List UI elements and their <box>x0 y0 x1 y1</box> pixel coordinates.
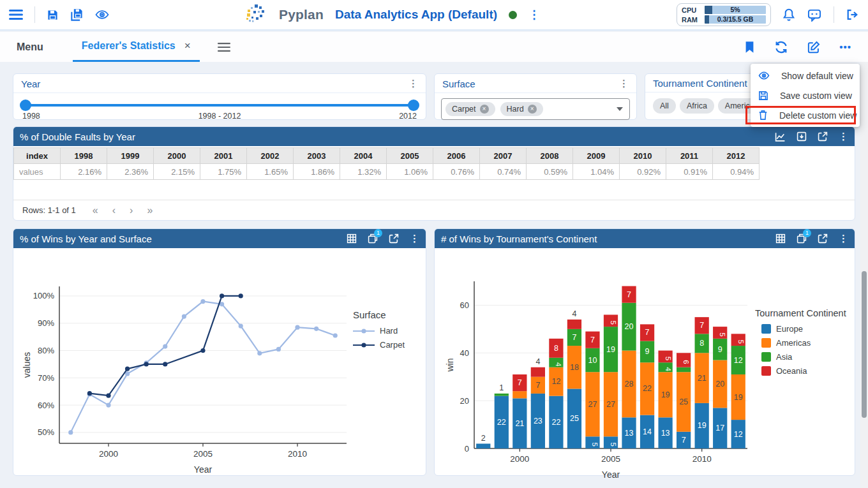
line-chart[interactable]: 50%60%70%80%90%100%200020052010Yearvalue… <box>21 279 353 477</box>
wins-by-continent-card: # of Wins by Tournament's Continent 1 ⋮ … <box>434 228 855 476</box>
save-all-icon[interactable] <box>70 8 84 22</box>
app-more-icon[interactable]: ⋮ <box>528 9 540 20</box>
bookmark-icon[interactable] <box>744 41 755 54</box>
first-page-icon[interactable]: « <box>93 205 98 216</box>
svg-text:5: 5 <box>664 357 672 360</box>
svg-text:19: 19 <box>606 345 615 354</box>
table-year-header: 2009 <box>573 148 620 164</box>
menu-item-save-custom-view[interactable]: Save custom view <box>751 85 860 105</box>
svg-text:2: 2 <box>481 434 486 443</box>
svg-text:100%: 100% <box>33 291 55 300</box>
fullscreen-icon[interactable] <box>818 233 828 244</box>
svg-text:7: 7 <box>518 378 522 387</box>
legend-item-carpet[interactable]: Carpet <box>353 340 405 350</box>
table-cell-value: 1.06% <box>387 164 433 180</box>
bar-chart-legend: Tournament ContinentEuropeAmericasAsiaOc… <box>755 308 846 482</box>
menu-item-show-default-view[interactable]: Show default view <box>751 66 860 85</box>
divider <box>34 6 35 23</box>
bar-chart[interactable]: 0204060200020052010Yearwin22212172374221… <box>445 271 751 482</box>
prev-page-icon[interactable]: ‹ <box>112 205 116 216</box>
table-cell-value: 1.86% <box>294 164 340 180</box>
svg-text:90%: 90% <box>38 318 54 328</box>
logout-icon[interactable] <box>846 8 859 21</box>
surface-filter-menu-icon[interactable]: ⋮ <box>619 78 629 89</box>
menu-item-delete-custom-view[interactable]: Delete custom view <box>751 105 860 125</box>
hamburger-menu-icon[interactable] <box>9 9 23 20</box>
ram-label: RAM <box>682 16 701 24</box>
table-cell-value: 0.59% <box>527 164 573 180</box>
line-card-more-icon[interactable]: ⋮ <box>410 233 419 244</box>
table-view-icon[interactable] <box>775 233 786 244</box>
legend-item-asia[interactable]: Asia <box>761 352 846 362</box>
svg-text:7: 7 <box>627 290 631 299</box>
trash-icon <box>758 110 768 121</box>
svg-text:19: 19 <box>734 393 743 402</box>
table-year-header: 2002 <box>247 148 294 164</box>
svg-text:2000: 2000 <box>99 449 118 459</box>
tab-federers-statistics[interactable]: Federer's Statistics × <box>73 40 200 62</box>
legend-title: Surface <box>353 309 405 320</box>
notebook-copy-icon[interactable]: 1 <box>797 233 807 244</box>
slider-handle-min[interactable] <box>20 100 31 111</box>
legend-item-europe[interactable]: Europe <box>761 324 846 334</box>
svg-text:Year: Year <box>602 470 620 480</box>
status-dot <box>509 11 517 19</box>
cpu-value: 5% <box>705 6 766 14</box>
table-view-icon[interactable] <box>347 233 357 244</box>
chip-remove-icon[interactable]: × <box>528 105 537 114</box>
svg-text:70%: 70% <box>38 373 54 383</box>
surface-select[interactable]: Carpet×Hard× <box>441 98 630 120</box>
bar-card-more-icon[interactable]: ⋮ <box>839 233 848 244</box>
legend-item-oceania[interactable]: Oceania <box>761 366 846 376</box>
last-page-icon[interactable]: » <box>147 205 153 216</box>
assistant-bot-icon[interactable] <box>807 8 822 22</box>
cpu-bar: 5% <box>705 6 766 14</box>
menu-button[interactable]: Menu <box>17 41 43 53</box>
scrollbar-thumb[interactable] <box>862 271 867 418</box>
surface-chip-carpet[interactable]: Carpet× <box>445 102 495 116</box>
divider <box>834 6 834 23</box>
chart-view-icon[interactable] <box>775 132 786 142</box>
continent-chip-africa[interactable]: Africa <box>680 98 714 114</box>
system-monitor: CPU 5% RAM 0.3/15.5 GB <box>677 3 771 26</box>
surface-filter-title: Surface <box>442 78 475 89</box>
table-card-more-icon[interactable]: ⋮ <box>839 131 848 142</box>
save-view-icon[interactable] <box>797 131 807 142</box>
svg-text:40: 40 <box>460 348 469 358</box>
svg-text:8: 8 <box>554 344 558 353</box>
reorder-tabs-icon[interactable] <box>218 43 230 52</box>
legend-item-hard[interactable]: Hard <box>353 326 405 336</box>
table-cell-value: 0.76% <box>433 164 480 180</box>
notebook-copy-icon[interactable]: 1 <box>368 233 378 244</box>
bar-card-title: # of Wins by Tournament's Continent <box>441 233 597 244</box>
svg-text:60: 60 <box>460 300 469 310</box>
surface-chip-hard[interactable]: Hard× <box>500 102 543 116</box>
next-page-icon[interactable]: › <box>130 205 133 216</box>
select-caret-icon[interactable] <box>617 107 623 111</box>
view-more-icon[interactable]: ••• <box>839 42 851 52</box>
svg-text:5: 5 <box>610 442 617 446</box>
svg-text:20: 20 <box>625 322 634 331</box>
notifications-bell-icon[interactable] <box>782 8 795 22</box>
svg-text:13: 13 <box>661 429 670 438</box>
table-row-label: values <box>14 164 61 180</box>
svg-text:28: 28 <box>625 380 634 388</box>
fullscreen-icon[interactable] <box>389 233 399 244</box>
svg-text:2000: 2000 <box>510 454 529 464</box>
preview-eye-icon[interactable] <box>95 9 109 20</box>
brand-name: Pyplan <box>279 7 324 22</box>
legend-item-americas[interactable]: Americas <box>761 338 846 348</box>
page-scrollbar[interactable] <box>860 62 868 488</box>
tab-close-icon[interactable]: × <box>184 40 191 52</box>
save-icon[interactable] <box>47 9 59 21</box>
refresh-icon[interactable] <box>774 41 788 54</box>
edit-view-icon[interactable] <box>807 41 820 54</box>
continent-chip-all[interactable]: All <box>653 98 676 114</box>
svg-text:18: 18 <box>570 363 579 372</box>
year-filter-menu-icon[interactable]: ⋮ <box>408 78 418 89</box>
chip-remove-icon[interactable]: × <box>480 105 489 114</box>
slider-handle-max[interactable] <box>408 100 419 111</box>
year-range-slider[interactable]: 1998 1998 - 2012 2012 <box>13 93 426 121</box>
svg-text:27: 27 <box>606 400 615 409</box>
fullscreen-icon[interactable] <box>818 131 828 142</box>
